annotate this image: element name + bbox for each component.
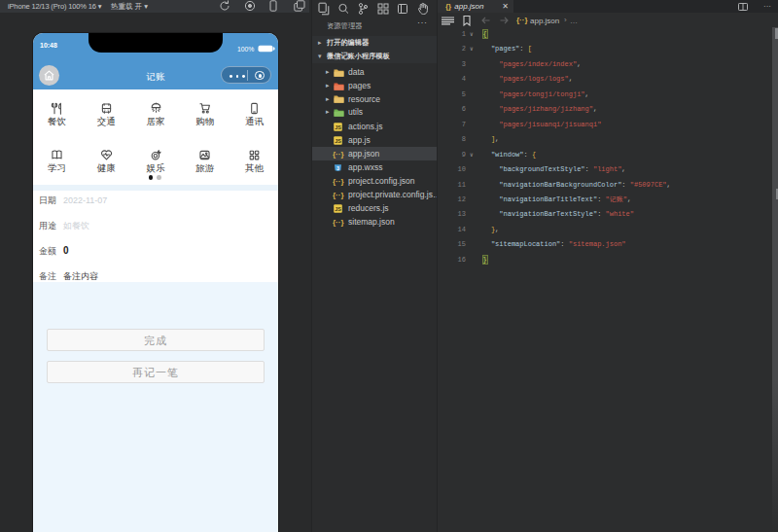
svg-text:JS: JS: [335, 138, 341, 144]
svg-text:3: 3: [336, 166, 339, 171]
svg-text:JS: JS: [335, 124, 341, 130]
svg-text:JS: JS: [335, 206, 341, 212]
